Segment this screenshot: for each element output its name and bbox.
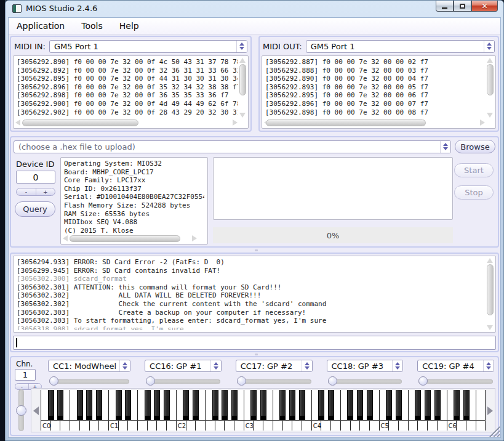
scroll-up-icon[interactable] bbox=[487, 58, 493, 63]
device-id-field[interactable]: 0 bbox=[16, 171, 55, 184]
slider-knob[interactable] bbox=[49, 376, 58, 386]
black-key[interactable] bbox=[231, 390, 238, 420]
midi-out-vscrollbar[interactable] bbox=[486, 57, 494, 118]
black-key[interactable] bbox=[116, 390, 122, 420]
slider-knob[interactable] bbox=[328, 376, 337, 386]
cc-select[interactable]: CC17: GP #2 bbox=[236, 360, 313, 372]
spinner-icon[interactable] bbox=[483, 360, 494, 371]
black-key[interactable] bbox=[386, 390, 392, 420]
scroll-thumb[interactable] bbox=[239, 64, 246, 95]
black-key[interactable] bbox=[77, 390, 83, 420]
cc-slider[interactable] bbox=[48, 376, 130, 386]
slider-knob[interactable] bbox=[146, 376, 155, 386]
black-key[interactable] bbox=[250, 390, 257, 420]
black-key[interactable] bbox=[212, 390, 218, 420]
channel-field[interactable]: 1 bbox=[15, 369, 36, 381]
cc-select[interactable]: CC18: GP #3 bbox=[327, 360, 404, 372]
black-key[interactable] bbox=[145, 390, 151, 420]
cc-slider[interactable] bbox=[417, 376, 494, 386]
minimize-button[interactable] bbox=[436, 1, 454, 12]
start-button[interactable]: Start bbox=[454, 163, 494, 177]
scroll-left-icon[interactable] bbox=[63, 235, 68, 241]
scroll-down-icon[interactable] bbox=[239, 113, 246, 118]
black-key[interactable] bbox=[125, 390, 131, 420]
midi-out-port-select[interactable]: GM5 Port 1 bbox=[306, 40, 495, 53]
slider-knob[interactable] bbox=[16, 405, 26, 416]
menu-application[interactable]: Application bbox=[17, 21, 65, 31]
scroll-right-icon[interactable] bbox=[480, 119, 485, 126]
spinner-icon[interactable] bbox=[210, 360, 221, 371]
black-key[interactable] bbox=[154, 390, 160, 420]
cc-slider[interactable] bbox=[327, 376, 404, 386]
black-key[interactable] bbox=[289, 390, 295, 420]
black-key[interactable] bbox=[183, 390, 189, 420]
black-key[interactable] bbox=[260, 390, 266, 420]
info-hscrollbar[interactable] bbox=[62, 235, 198, 243]
slider-knob[interactable] bbox=[237, 376, 246, 386]
black-key[interactable] bbox=[86, 390, 92, 420]
spinner-icon[interactable] bbox=[392, 360, 402, 371]
pitch-slider[interactable] bbox=[15, 389, 28, 431]
scroll-up-icon[interactable] bbox=[239, 58, 246, 63]
black-key[interactable] bbox=[299, 390, 305, 420]
midi-out-monitor[interactable]: [3056292.887] f0 00 00 7e 32 00 00 02 f7… bbox=[262, 55, 496, 129]
black-key[interactable] bbox=[425, 390, 431, 420]
upload-status-panel[interactable] bbox=[213, 157, 453, 220]
black-key[interactable] bbox=[48, 390, 54, 420]
black-key[interactable] bbox=[463, 390, 470, 420]
device-info-panel[interactable]: Operating System: MIOS32Board: MBHP_CORE… bbox=[60, 157, 208, 245]
midi-in-vscrollbar[interactable] bbox=[239, 57, 247, 118]
black-key[interactable] bbox=[347, 390, 353, 420]
maximize-button[interactable] bbox=[454, 1, 471, 12]
cc-select[interactable]: CC16: GP #1 bbox=[145, 360, 222, 372]
scroll-thumb[interactable] bbox=[487, 64, 494, 95]
black-key[interactable] bbox=[415, 390, 421, 420]
cc-select[interactable]: CC1: ModWheel bbox=[48, 360, 130, 372]
midi-out-hscrollbar[interactable] bbox=[263, 119, 486, 127]
black-key[interactable] bbox=[454, 390, 460, 420]
scroll-thumb[interactable] bbox=[70, 235, 180, 242]
cc-slider[interactable] bbox=[236, 376, 313, 386]
splitter-handle[interactable] bbox=[255, 354, 258, 355]
spinner-icon[interactable] bbox=[119, 360, 130, 371]
midi-in-monitor[interactable]: [3056292.890] f0 00 00 7e 32 00 0f 4c 50… bbox=[13, 55, 249, 129]
cc-select[interactable]: CC19: GP #4 bbox=[417, 360, 494, 372]
scroll-left-icon[interactable] bbox=[15, 119, 20, 126]
black-key[interactable] bbox=[328, 390, 334, 420]
spinner-icon[interactable] bbox=[236, 41, 247, 52]
white-key[interactable] bbox=[476, 390, 486, 431]
increment-button[interactable]: + bbox=[36, 188, 55, 195]
black-key[interactable] bbox=[367, 390, 373, 420]
menu-tools[interactable]: Tools bbox=[81, 21, 103, 31]
black-key[interactable] bbox=[318, 390, 324, 420]
black-key[interactable] bbox=[279, 390, 286, 420]
scroll-thumb[interactable] bbox=[266, 119, 426, 126]
spinner-icon[interactable] bbox=[440, 141, 450, 153]
slider-knob[interactable] bbox=[418, 376, 428, 386]
black-key[interactable] bbox=[193, 390, 199, 420]
octave-right-icon[interactable] bbox=[487, 407, 493, 415]
scroll-up-icon[interactable] bbox=[487, 258, 493, 263]
scroll-right-icon[interactable] bbox=[233, 119, 238, 126]
scroll-thumb[interactable] bbox=[22, 119, 138, 126]
spinner-icon[interactable] bbox=[302, 360, 312, 371]
midi-in-hscrollbar[interactable] bbox=[15, 119, 238, 127]
scroll-right-icon[interactable] bbox=[192, 235, 197, 241]
black-key[interactable] bbox=[434, 390, 441, 420]
octave-left-icon[interactable] bbox=[33, 407, 39, 415]
terminal-input[interactable] bbox=[13, 336, 496, 350]
close-button[interactable]: ✕ bbox=[471, 1, 498, 12]
titlebar[interactable]: MIOS Studio 2.4.6 ✕ bbox=[6, 1, 503, 17]
spinner-icon[interactable] bbox=[484, 41, 494, 52]
browse-button[interactable]: Browse bbox=[455, 140, 495, 153]
hex-file-select[interactable]: (choose a .hex file to upload) bbox=[14, 140, 451, 153]
scroll-down-icon[interactable] bbox=[487, 113, 493, 118]
black-key[interactable] bbox=[222, 390, 228, 420]
black-key[interactable] bbox=[357, 390, 363, 420]
menu-help[interactable]: Help bbox=[119, 21, 139, 31]
black-key[interactable] bbox=[96, 390, 102, 420]
scroll-thumb[interactable] bbox=[487, 264, 494, 315]
cc-slider[interactable] bbox=[145, 376, 222, 386]
terminal-vscrollbar[interactable] bbox=[486, 257, 494, 331]
black-key[interactable] bbox=[164, 390, 170, 420]
